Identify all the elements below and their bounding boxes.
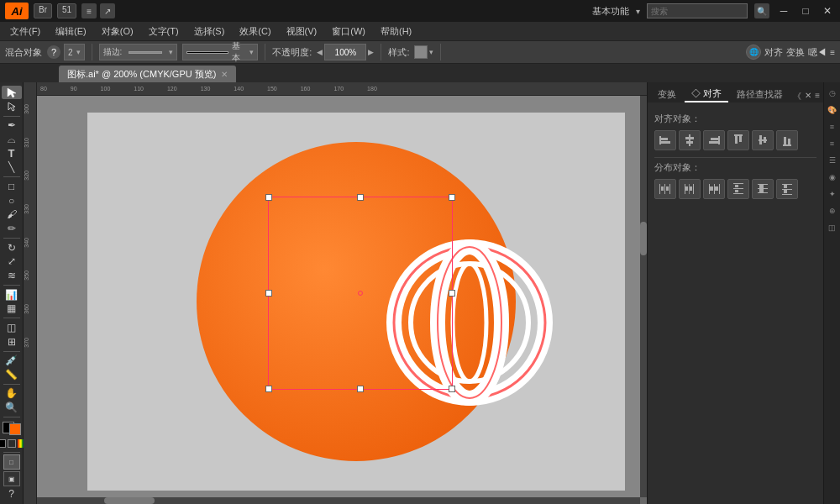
tool-paintbrush[interactable]: 🖌	[2, 208, 22, 222]
tool-warp[interactable]: ≋	[2, 269, 22, 282]
right-icon-1[interactable]: ◷	[825, 86, 840, 101]
tool-rotate[interactable]: ↻	[2, 241, 22, 255]
panel-menu-icon[interactable]: ≡	[830, 48, 835, 57]
tool-graph[interactable]: 📊	[2, 288, 22, 302]
vscroll-thumb[interactable]	[640, 222, 647, 255]
align-top-btn[interactable]	[727, 130, 749, 150]
menu-text[interactable]: 文字(T)	[142, 24, 186, 39]
right-icon-2[interactable]: 🎨	[825, 102, 840, 118]
panel-tabs: 变换 ◇ 对齐 路径查找器 《 ✕ ≡	[648, 82, 823, 102]
menu-select[interactable]: 选择(S)	[187, 24, 232, 39]
restore-btn[interactable]: □	[798, 3, 813, 18]
tab-close-btn[interactable]: ✕	[221, 70, 228, 79]
blend-dropdown[interactable]: 2 ▾	[64, 44, 85, 60]
screen-mode-btn[interactable]: □	[3, 454, 20, 470]
distribute-left-btn[interactable]	[654, 179, 676, 199]
bridge-btn[interactable]: Br	[34, 3, 52, 18]
menu-edit[interactable]: 编辑(E)	[49, 24, 93, 39]
tool-zoom[interactable]: 🔍	[2, 401, 22, 414]
tool-direct-select[interactable]	[2, 100, 22, 113]
tool-curvature[interactable]: ⌓	[2, 133, 22, 146]
tool-bars[interactable]: ▦	[2, 302, 22, 316]
tab-transform[interactable]: 变换	[651, 86, 683, 102]
canvas-content[interactable]	[37, 96, 640, 497]
close-btn[interactable]: ✕	[820, 3, 835, 18]
panel-collapse-icon[interactable]: 《	[793, 91, 801, 102]
tool-type[interactable]: T	[2, 147, 22, 160]
tool-gradient[interactable]: ◫	[2, 321, 22, 334]
distribute-vcenter-btn[interactable]	[752, 179, 774, 199]
search-icon[interactable]: 🔍	[754, 3, 769, 18]
menu-file[interactable]: 文件(F)	[3, 24, 47, 39]
right-icon-7[interactable]: ✦	[825, 186, 840, 202]
right-icon-9[interactable]: ◫	[825, 220, 840, 235]
align-bottom-btn[interactable]	[776, 130, 798, 150]
menu-view[interactable]: 视图(V)	[280, 24, 324, 39]
tool-options-bar: 混合对象 ? 2 ▾ 描边: ▾ 基本 ▾ 不透明度: ◀ ▶ 样式: ▾ 🌐 …	[0, 40, 840, 64]
tool-measure[interactable]: 📏	[2, 368, 22, 381]
align-label[interactable]: 对齐	[764, 46, 783, 59]
right-icon-5[interactable]: ☰	[825, 153, 840, 168]
tool-ellipse[interactable]: ○	[2, 194, 22, 207]
stroke-icon[interactable]	[8, 439, 16, 448]
opacity-control[interactable]: ◀ ▶	[317, 44, 374, 60]
options-help-icon[interactable]: ?	[47, 45, 60, 59]
align-right-btn[interactable]	[703, 130, 725, 150]
menu-object[interactable]: 对象(O)	[95, 24, 140, 39]
menu-effect[interactable]: 效果(C)	[233, 24, 277, 39]
tool-eyedropper[interactable]: 💉	[2, 354, 22, 367]
artboard[interactable]	[87, 113, 625, 491]
arrange-icon[interactable]: ≡	[81, 3, 97, 18]
transform-label[interactable]: 变换	[786, 46, 805, 59]
tool-line[interactable]: ╲	[2, 161, 22, 175]
tool-mesh[interactable]: ⊞	[2, 335, 22, 349]
tool-select[interactable]	[2, 86, 22, 99]
tool-pen[interactable]: ✒	[2, 118, 22, 132]
canvas-area[interactable]: 80 90 100 110 120 130 140 150 160 170 18…	[24, 82, 647, 504]
tool-sep9	[3, 452, 20, 453]
panel-close-icon[interactable]: ✕	[805, 91, 811, 102]
distribute-hcenter-btn[interactable]	[679, 179, 701, 199]
tool-rect[interactable]: □	[2, 180, 22, 193]
tool-scale[interactable]: ⤢	[2, 255, 22, 269]
tool-hand[interactable]: ✋	[2, 387, 22, 401]
stroke-color[interactable]	[9, 423, 21, 435]
right-icon-4[interactable]: ≡	[825, 136, 840, 151]
right-icon-6[interactable]: ◉	[825, 170, 840, 185]
color-box[interactable]	[3, 422, 21, 435]
minimize-btn[interactable]: ─	[776, 3, 791, 18]
num-btn[interactable]: 51	[57, 3, 76, 18]
menu-help[interactable]: 帮助(H)	[374, 24, 418, 39]
opacity-input[interactable]	[324, 44, 366, 60]
tool-question[interactable]: ?	[2, 487, 22, 501]
fill-icon[interactable]	[0, 439, 6, 448]
ruler-v-tick: 330	[24, 204, 36, 214]
globe-btn[interactable]: 🌐	[746, 45, 761, 60]
tab-pathfinder[interactable]: 路径查找器	[730, 86, 790, 102]
orange-circle	[197, 142, 516, 461]
search-input[interactable]	[647, 3, 748, 18]
stroke-color-dropdown[interactable]: 基本 ▾	[182, 44, 258, 60]
right-icon-3[interactable]: ≡	[825, 119, 840, 134]
distribute-top-btn[interactable]	[727, 179, 749, 199]
menu-window[interactable]: 窗口(W)	[325, 24, 372, 39]
view-mode-btn[interactable]: ▣	[3, 471, 20, 486]
sync-icon[interactable]: ↗	[100, 3, 115, 18]
vertical-scrollbar[interactable]	[640, 96, 647, 497]
extra-label[interactable]: 嗯◀	[808, 46, 827, 59]
tab-align[interactable]: ◇ 对齐	[685, 86, 728, 102]
horizontal-scrollbar[interactable]	[37, 497, 640, 504]
tool-sep4	[3, 285, 20, 286]
tool-pencil[interactable]: ✏	[2, 222, 22, 235]
style-control[interactable]: ▾	[414, 45, 433, 59]
align-hcenter-btn[interactable]	[679, 130, 701, 150]
right-icon-8[interactable]: ⊕	[825, 203, 840, 218]
panel-menu-icon[interactable]: ≡	[815, 91, 820, 102]
distribute-bottom-btn[interactable]	[776, 179, 798, 199]
stroke-dropdown[interactable]: 描边: ▾	[99, 44, 178, 60]
distribute-right-btn[interactable]	[703, 179, 725, 199]
hscroll-thumb[interactable]	[104, 497, 155, 504]
align-vcenter-btn[interactable]	[752, 130, 774, 150]
doc-tab[interactable]: 图标.ai* @ 200% (CMYK/GPU 预览) ✕	[59, 66, 236, 82]
align-left-btn[interactable]	[654, 130, 676, 150]
